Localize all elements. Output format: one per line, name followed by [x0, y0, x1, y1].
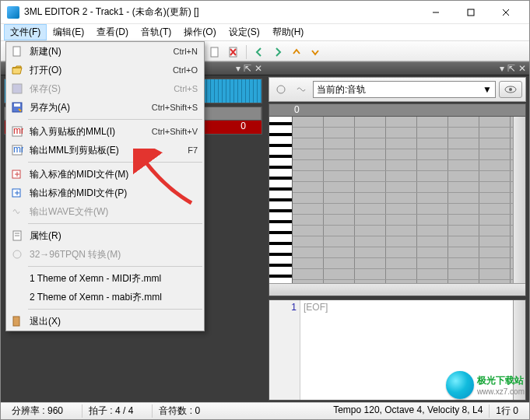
watermark-icon — [446, 371, 474, 399]
piano-roll-scrollbar-v[interactable] — [513, 117, 525, 283]
svg-rect-18 — [14, 103, 20, 107]
convert-icon — [9, 247, 25, 261]
svg-rect-16 — [12, 84, 22, 93]
status-resolution: 分辨率 : 960 — [5, 404, 69, 418]
track-toolbar: 当前的:音轨 ▼ — [269, 77, 526, 102]
svg-point-32 — [509, 88, 512, 91]
eye-icon — [504, 86, 517, 93]
piano-roll-grid[interactable] — [293, 117, 513, 283]
menu-exit[interactable]: 退出(X) — [6, 312, 204, 331]
piano-roll-keyboard[interactable] — [269, 117, 293, 283]
menu-recent-2[interactable]: 2 Theme of Xemn - mabi齐.mml — [6, 288, 204, 306]
export-mml-icon: mml — [9, 143, 25, 157]
track-mute-icon[interactable] — [293, 81, 310, 98]
track-visibility-button[interactable] — [499, 81, 522, 98]
right-panel-header: ▾ ⇱ ✕ — [265, 61, 529, 75]
menu-properties[interactable]: 属性(R) — [6, 226, 204, 245]
piano-roll-ruler: 0 — [269, 104, 525, 117]
status-notes: 音符数 : 0 — [152, 404, 206, 418]
track-solo-icon[interactable] — [272, 81, 290, 98]
status-beat: 拍子 : 4 / 4 — [82, 404, 139, 418]
menu-operate[interactable]: 操作(O) — [177, 24, 222, 40]
menu-save: 保存(S)Ctrl+S — [6, 79, 204, 98]
svg-rect-33 — [211, 47, 218, 57]
svg-rect-1 — [468, 9, 474, 16]
titlebar: 3ML EDITOR 2 - Track1 - (未命名)(更新) [] — [1, 1, 529, 24]
save-icon — [9, 82, 25, 96]
menu-import-midi[interactable]: 输入标准的MIDI文件(M) — [6, 165, 204, 184]
panel-close-icon[interactable]: ✕ — [254, 63, 262, 74]
menu-settings[interactable]: 设定(S) — [223, 24, 266, 40]
svg-point-30 — [277, 86, 285, 93]
menu-view[interactable]: 查看(D) — [90, 24, 135, 40]
status-cursor: 1行 0 — [489, 404, 525, 418]
import-midi-icon — [9, 167, 25, 181]
properties-icon — [9, 229, 25, 243]
menu-help[interactable]: 帮助(H) — [266, 24, 311, 40]
menu-tpqn-convert: 32→96TPQN 转换(M) — [6, 245, 204, 264]
import-mml-icon: mml — [9, 124, 25, 138]
panel-pin-icon[interactable]: ⇱ — [507, 63, 515, 74]
svg-text:mml: mml — [13, 144, 23, 155]
maximize-button[interactable] — [453, 2, 488, 23]
svg-text:mml: mml — [13, 125, 23, 136]
menu-paste-mml[interactable]: mml 输入剪贴板的MML(I)Ctrl+Shift+V — [6, 122, 204, 141]
svg-point-28 — [13, 250, 21, 258]
file-dropdown: 新建(N)Ctrl+N 打开(O)Ctrl+O 保存(S)Ctrl+S 另存为(… — [5, 41, 205, 331]
menu-export-wave: 输出WAVE文件(W) — [6, 202, 204, 221]
menu-open[interactable]: 打开(O)Ctrl+O — [6, 61, 204, 79]
statusbar: 分辨率 : 960 拍子 : 4 / 4 音符数 : 0 Tempo 120, … — [1, 402, 529, 419]
panel-close-icon[interactable]: ✕ — [518, 63, 526, 74]
right-panel: ▾ ⇱ ✕ 当前的:音轨 ▼ 0 — [265, 61, 529, 402]
close-button[interactable] — [488, 2, 523, 23]
menu-edit[interactable]: 编辑(E) — [47, 24, 90, 40]
track-selector[interactable]: 当前的:音轨 ▼ — [313, 81, 496, 98]
chevron-down-icon: ▼ — [483, 84, 492, 95]
panel-menu-icon[interactable]: ▾ — [500, 63, 504, 74]
toolbar-down-icon[interactable] — [307, 44, 324, 61]
toolbar-doc-icon[interactable] — [206, 44, 223, 61]
menu-file[interactable]: 文件(F) — [4, 24, 47, 40]
menubar: 文件(F) 编辑(E) 查看(D) 音轨(T) 操作(O) 设定(S) 帮助(H… — [1, 24, 529, 41]
toolbar-row2 — [206, 44, 525, 61]
minimize-button[interactable] — [418, 2, 453, 23]
toolbar-delete-icon[interactable] — [225, 44, 242, 61]
exit-icon — [9, 314, 25, 328]
toolbar-back-icon[interactable] — [251, 44, 268, 61]
export-midi-icon — [9, 186, 25, 200]
svg-rect-29 — [13, 317, 19, 326]
new-file-icon — [9, 44, 25, 58]
piano-roll-scrollbar-h[interactable] — [269, 283, 525, 296]
toolbar-up-icon[interactable] — [288, 44, 305, 61]
menu-new[interactable]: 新建(N)Ctrl+N — [6, 42, 204, 61]
menu-export-midi[interactable]: 输出标准的MIDI文件(P) — [6, 184, 204, 202]
app-icon — [7, 6, 19, 19]
window-title: 3ML EDITOR 2 - Track1 - (未命名)(更新) [] — [24, 5, 418, 19]
menu-saveas[interactable]: 另存为(A)Ctrl+Shift+S — [6, 98, 204, 117]
panel-pin-icon[interactable]: ⇱ — [244, 63, 251, 74]
panel-menu-icon[interactable]: ▾ — [236, 63, 240, 74]
menu-copy-mml[interactable]: mml 输出MML到剪贴板(E)F7 — [6, 141, 204, 159]
export-wave-icon — [9, 205, 25, 219]
saveas-icon — [9, 100, 25, 114]
open-folder-icon — [9, 63, 25, 77]
menu-track[interactable]: 音轨(T) — [135, 24, 177, 40]
editor-gutter: 1 — [269, 300, 300, 400]
status-tempo: Tempo 120, Octave 4, Velocity 8, L4 — [327, 404, 489, 418]
menu-recent-1[interactable]: 1 Theme of Xemn - MIDI齐.mml — [6, 269, 204, 288]
toolbar-fwd-icon[interactable] — [269, 44, 286, 61]
watermark-logo: 极光下载站 www.xz7.com — [446, 371, 525, 399]
svg-rect-15 — [13, 47, 20, 56]
